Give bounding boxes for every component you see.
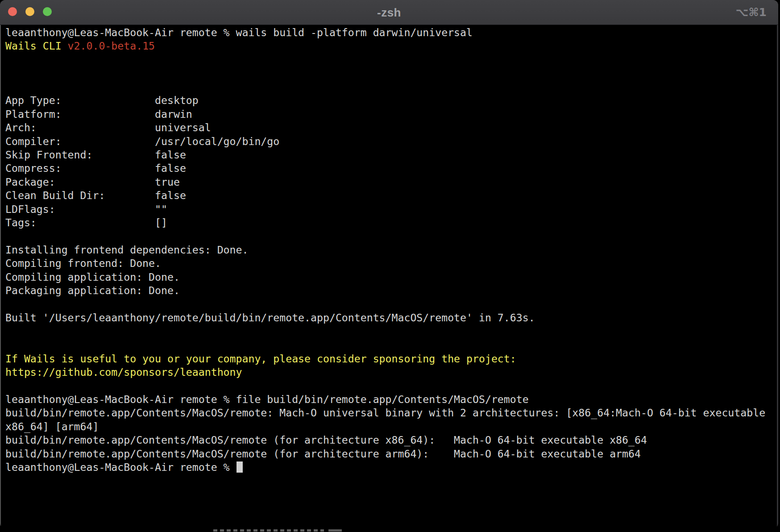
terminal-line: build/bin/remote.app/Contents/MacOS/remo… xyxy=(5,447,773,461)
terminal-line xyxy=(5,338,773,352)
background-window-peek xyxy=(0,528,780,532)
terminal-line: Skip Frontend: false xyxy=(5,148,773,162)
terminal-text: leaanthony@Leas-MacBook-Air remote % wai… xyxy=(5,26,473,38)
terminal-line: leaanthony@Leas-MacBook-Air remote % fil… xyxy=(5,393,773,406)
terminal-text: Package: true xyxy=(5,176,180,188)
terminal-text: App Type: desktop xyxy=(5,94,199,106)
terminal-line xyxy=(5,230,773,243)
terminal-text: Compiler: /usr/local/go/bin/go xyxy=(5,135,279,147)
terminal-text: Compiling frontend: Done. xyxy=(5,257,161,269)
terminal-cursor xyxy=(236,461,243,473)
terminal-text: Arch: universal xyxy=(5,121,211,133)
terminal-text: Compress: false xyxy=(5,162,186,174)
terminal-line xyxy=(5,66,773,80)
terminal-line: leaanthony@Leas-MacBook-Air remote % xyxy=(5,461,773,474)
terminal-line: App Type: desktop xyxy=(5,94,773,107)
terminal-line: build/bin/remote.app/Contents/MacOS/remo… xyxy=(5,406,773,420)
terminal-line: x86_64] [arm64] xyxy=(5,420,773,433)
terminal-text: leaanthony@Leas-MacBook-Air remote % xyxy=(5,461,236,473)
terminal-line: leaanthony@Leas-MacBook-Air remote % wai… xyxy=(5,26,773,39)
terminal-text: build/bin/remote.app/Contents/MacOS/remo… xyxy=(5,434,647,446)
terminal-text: v2.0.0-beta.15 xyxy=(68,40,155,52)
terminal-text: Tags: [] xyxy=(5,216,167,229)
terminal-line xyxy=(5,379,773,392)
terminal-text: Clean Build Dir: false xyxy=(5,189,186,201)
terminal-line: Compiling application: Done. xyxy=(5,270,773,284)
terminal-line: build/bin/remote.app/Contents/MacOS/remo… xyxy=(5,433,773,447)
terminal-line: Package: true xyxy=(5,175,773,189)
terminal-line: Compiler: /usr/local/go/bin/go xyxy=(5,135,773,148)
terminal-line: Installing frontend dependencies: Done. xyxy=(5,243,773,257)
terminal-text: Compiling application: Done. xyxy=(5,271,180,283)
terminal-text: build/bin/remote.app/Contents/MacOS/remo… xyxy=(5,448,641,460)
terminal-text: x86_64] [arm64] xyxy=(5,420,99,432)
background-window-text-fragment xyxy=(213,529,324,532)
screen: -zsh ⌥⌘1 leaanthony@Leas-MacBook-Air rem… xyxy=(0,0,780,532)
terminal-text: leaanthony@Leas-MacBook-Air remote % fil… xyxy=(5,393,529,405)
terminal-line: Packaging application: Done. xyxy=(5,284,773,297)
titlebar[interactable]: -zsh ⌥⌘1 xyxy=(0,0,778,25)
terminal-text: Skip Frontend: false xyxy=(5,149,186,161)
terminal-line: Tags: [] xyxy=(5,216,773,229)
terminal-text: Platform: darwin xyxy=(5,108,192,120)
terminal-line xyxy=(5,325,773,338)
terminal-line: Compiling frontend: Done. xyxy=(5,257,773,270)
terminal-output[interactable]: leaanthony@Leas-MacBook-Air remote % wai… xyxy=(0,25,778,474)
terminal-line: LDFlags: "" xyxy=(5,203,773,216)
terminal-line: Built '/Users/leaanthony/remote/build/bi… xyxy=(5,311,773,324)
terminal-text: Packaging application: Done. xyxy=(5,284,180,296)
window-shortcut-badge: ⌥⌘1 xyxy=(736,0,767,25)
terminal-text: build/bin/remote.app/Contents/MacOS/remo… xyxy=(5,407,765,419)
terminal-line: Wails CLI v2.0.0-beta.15 xyxy=(5,39,773,53)
terminal-text: If Wails is useful to you or your compan… xyxy=(5,353,516,365)
terminal-line: Clean Build Dir: false xyxy=(5,189,773,202)
terminal-line: If Wails is useful to you or your compan… xyxy=(5,352,773,366)
terminal-window: -zsh ⌥⌘1 leaanthony@Leas-MacBook-Air rem… xyxy=(0,0,778,528)
terminal-text: LDFlags: "" xyxy=(5,203,167,215)
terminal-line xyxy=(5,298,773,311)
terminal-text: Installing frontend dependencies: Done. xyxy=(5,244,248,256)
terminal-line: Arch: universal xyxy=(5,121,773,134)
terminal-text: Wails CLI xyxy=(5,40,68,52)
window-title: -zsh xyxy=(0,0,778,25)
terminal-line: Platform: darwin xyxy=(5,108,773,121)
terminal-line xyxy=(5,53,773,66)
background-window-text-fragment xyxy=(328,529,342,532)
terminal-text: Built '/Users/leaanthony/remote/build/bi… xyxy=(5,312,535,324)
terminal-line: https://github.com/sponsors/leaanthony xyxy=(5,366,773,379)
terminal-text: https://github.com/sponsors/leaanthony xyxy=(5,366,242,378)
terminal-line xyxy=(5,80,773,94)
terminal-line: Compress: false xyxy=(5,162,773,175)
